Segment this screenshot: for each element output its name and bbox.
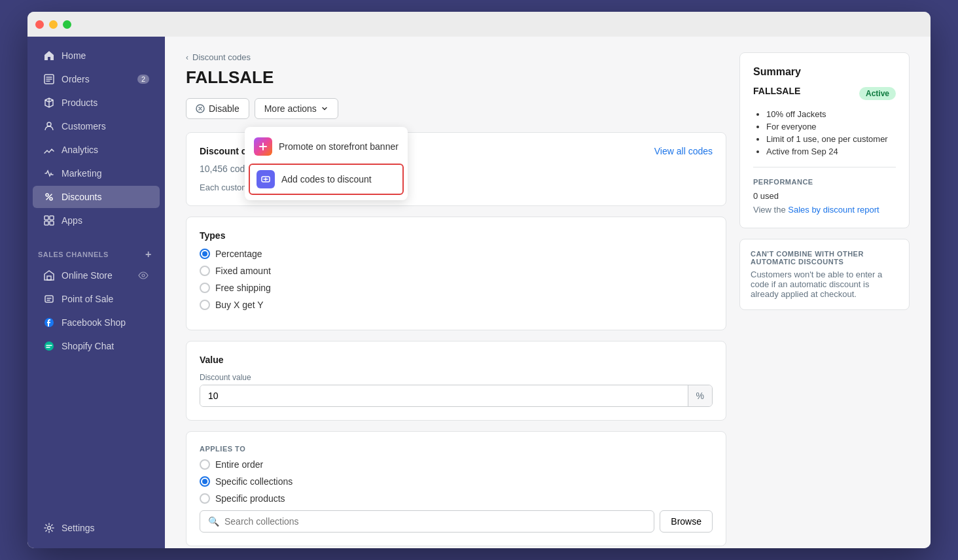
home-icon [43, 50, 55, 61]
sidebar-item-orders[interactable]: Orders 2 [33, 68, 160, 90]
search-row: 🔍 Browse [200, 510, 713, 533]
sidebar-item-products[interactable]: Products [33, 92, 160, 114]
sidebar-item-online-store[interactable]: Online Store [33, 264, 160, 287]
sidebar: Home Orders 2 [27, 37, 165, 548]
combine-section: CAN'T COMBINE WITH OTHER AUTOMATIC DISCO… [739, 239, 910, 310]
browse-button[interactable]: Browse [660, 510, 713, 533]
type-buy-x-get-y[interactable]: Buy X get Y [200, 300, 713, 310]
apps-icon [43, 215, 55, 226]
disable-button[interactable]: Disable [186, 98, 249, 119]
sidebar-item-shopify-chat[interactable]: Shopify Chat [33, 335, 160, 357]
summary-code-header: FALLSALE Active [753, 86, 896, 101]
svg-point-3 [50, 198, 52, 200]
more-actions-button[interactable]: More actions [255, 98, 338, 119]
more-actions-label: More actions [264, 103, 317, 114]
svg-point-9 [142, 274, 145, 277]
breadcrumb-label: Discount codes [192, 52, 251, 62]
customers-icon [43, 120, 55, 132]
sidebar-item-analytics[interactable]: Analytics [33, 139, 160, 161]
discount-suffix: % [688, 385, 712, 406]
radio-buy-x-get-y[interactable] [200, 300, 210, 310]
promote-icon [254, 137, 272, 156]
sidebar-item-apps-label: Apps [62, 215, 149, 226]
report-prefix: View the [753, 205, 788, 215]
minimize-button[interactable] [49, 20, 58, 29]
disable-icon [196, 104, 205, 113]
summary-card: Summary FALLSALE Active 10% off Jackets … [739, 52, 910, 228]
dropdown-add-codes-label: Add codes to discount [281, 174, 372, 184]
type-free-shipping[interactable]: Free shipping [200, 283, 713, 293]
title-bar [27, 12, 931, 37]
applies-entire-order[interactable]: Entire order [200, 459, 713, 470]
performance-section: PERFORMANCE 0 used View the Sales by dis… [753, 167, 896, 215]
report-text: View the Sales by discount report [753, 205, 896, 215]
svg-rect-8 [47, 276, 51, 280]
search-collections-input[interactable] [224, 516, 646, 527]
report-link[interactable]: Sales by discount report [788, 205, 879, 215]
breadcrumb[interactable]: ‹ Discount codes [186, 52, 726, 62]
performance-stat: 0 used [753, 191, 896, 201]
applies-to-header: APPLIES TO [200, 445, 713, 453]
dropdown-item-add-codes[interactable]: Add codes to discount [249, 164, 404, 195]
dropdown-item-promote[interactable]: Promote on storefront banner [245, 131, 408, 162]
discounts-icon [43, 191, 55, 203]
sales-channels-header: SALES CHANNELS + [27, 238, 165, 264]
app-body: Home Orders 2 [27, 37, 931, 548]
action-bar: Disable More actions [186, 98, 726, 119]
summary-bullet-2: For everyone [766, 122, 896, 131]
view-all-codes-link[interactable]: View all codes [654, 146, 713, 156]
radio-free-shipping[interactable] [200, 283, 210, 293]
type-percentage-label: Percentage [215, 249, 262, 259]
svg-point-12 [44, 341, 54, 351]
svg-rect-7 [50, 221, 54, 225]
svg-point-2 [46, 194, 48, 196]
sidebar-item-online-store-label: Online Store [62, 270, 131, 281]
sidebar-item-settings[interactable]: Settings [33, 517, 160, 539]
chat-icon [43, 340, 55, 352]
radio-fixed[interactable] [200, 266, 210, 276]
sidebar-item-marketing[interactable]: Marketing [33, 162, 160, 184]
sidebar-item-apps[interactable]: Apps [33, 209, 160, 232]
sidebar-item-facebook-label: Facebook Shop [62, 317, 149, 328]
dropdown-promote-label: Promote on storefront banner [279, 141, 399, 152]
applies-specific-collections-label: Specific collections [215, 476, 293, 487]
radio-specific-products[interactable] [200, 493, 210, 504]
type-percentage[interactable]: Percentage [200, 249, 713, 259]
sidebar-item-home-label: Home [62, 50, 149, 61]
sidebar-item-pos-label: Point of Sale [62, 294, 149, 304]
sidebar-item-facebook-shop[interactable]: Facebook Shop [33, 311, 160, 334]
discount-value-label: Discount value [200, 373, 713, 382]
maximize-button[interactable] [63, 20, 71, 29]
applies-specific-products[interactable]: Specific products [200, 493, 713, 504]
add-sales-channel-button[interactable]: + [143, 249, 154, 260]
close-button[interactable] [35, 20, 44, 29]
summary-bullet-4: Active from Sep 24 [766, 147, 896, 156]
sidebar-item-orders-label: Orders [62, 74, 131, 84]
svg-rect-4 [44, 216, 48, 220]
discount-value-input-group: % [200, 385, 713, 407]
applies-to-card: APPLIES TO Entire order Specific collect… [186, 431, 726, 546]
summary-bullet-3: Limit of 1 use, one per customer [766, 134, 896, 144]
content-area: ‹ Discount codes FALLSALE Disable [165, 37, 931, 548]
sidebar-item-analytics-label: Analytics [62, 145, 149, 155]
types-card: Types Percentage Fixed amount Free shipp… [186, 217, 726, 330]
discount-value-input[interactable] [200, 385, 688, 406]
pos-icon [43, 293, 55, 305]
type-fixed[interactable]: Fixed amount [200, 266, 713, 276]
type-fixed-label: Fixed amount [215, 266, 271, 276]
orders-badge: 2 [137, 75, 149, 84]
sidebar-item-shopify-chat-label: Shopify Chat [62, 341, 149, 351]
radio-entire-order[interactable] [200, 459, 210, 470]
sidebar-item-home[interactable]: Home [33, 44, 160, 67]
sidebar-item-pos[interactable]: Point of Sale [33, 288, 160, 310]
applies-specific-collections[interactable]: Specific collections [200, 476, 713, 487]
search-collections-box: 🔍 [200, 510, 654, 533]
sidebar-item-customers-label: Customers [62, 121, 149, 131]
radio-specific-collections[interactable] [200, 476, 210, 487]
sidebar-item-customers[interactable]: Customers [33, 115, 160, 137]
summary-title: Summary [753, 66, 896, 78]
search-icon: 🔍 [208, 516, 219, 527]
radio-percentage[interactable] [200, 249, 210, 259]
sidebar-item-discounts[interactable]: Discounts [33, 186, 160, 208]
sidebar-item-marketing-label: Marketing [62, 168, 149, 179]
